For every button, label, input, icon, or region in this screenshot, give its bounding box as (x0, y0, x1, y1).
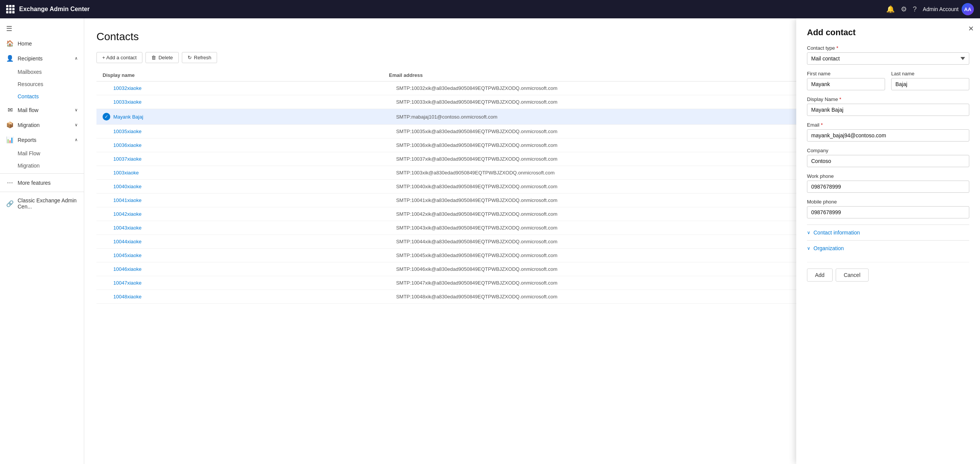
sidebar-item-contacts[interactable]: Contacts (18, 90, 84, 103)
reports-submenu: Mail Flow Migration (0, 147, 84, 172)
work-phone-label: Work phone (807, 173, 969, 179)
sidebar-item-mail-flow[interactable]: ✉ Mail flow ∨ (0, 103, 84, 117)
company-input[interactable] (807, 155, 969, 167)
contact-display-name: 10040xiaoke (113, 184, 396, 189)
chevron-up-icon: ∧ (75, 137, 78, 142)
contact-display-name: 10032xiaoke (113, 85, 396, 91)
settings-icon[interactable]: ⚙ (901, 5, 907, 13)
company-label: Company (807, 148, 969, 153)
sidebar-item-label: Migration (18, 122, 40, 128)
name-row: First name Last name (807, 71, 969, 96)
avatar: AA (962, 3, 974, 15)
nav-icons: 🔔 ⚙ ? Admin Account AA (886, 3, 974, 15)
contact-type-group: Contact type * Mail contact Mail user (807, 45, 969, 65)
contact-info-section[interactable]: ∨ Contact information (807, 225, 969, 240)
app-title: Exchange Admin Center (19, 6, 882, 13)
contact-display-name: 10044xiaoke (113, 239, 396, 244)
sidebar-item-label: Reports (18, 137, 36, 143)
sidebar-item-classic-exchange[interactable]: 🔗 Classic Exchange Admin Cen... (0, 194, 84, 213)
cancel-button[interactable]: Cancel (836, 269, 869, 282)
contact-display-name: 10036xiaoke (113, 142, 396, 148)
sidebar-item-label: Home (18, 41, 32, 47)
mobile-phone-input[interactable] (807, 206, 969, 218)
sidebar-item-label: Recipients (18, 55, 42, 62)
more-features-icon: ⋯ (6, 179, 14, 186)
sidebar-item-migration[interactable]: 📦 Migration ∨ (0, 117, 84, 132)
first-name-group: First name (807, 71, 885, 90)
contact-type-select[interactable]: Mail contact Mail user (807, 52, 969, 65)
user-account[interactable]: Admin Account AA (923, 3, 974, 15)
help-icon[interactable]: ? (913, 5, 917, 13)
first-name-label: First name (807, 71, 885, 77)
classic-exchange-icon: 🔗 (6, 200, 14, 207)
add-button[interactable]: Add (807, 269, 833, 282)
contact-display-name: 10041xiaoke (113, 197, 396, 203)
hamburger-icon[interactable]: ☰ (0, 21, 84, 36)
panel-footer: Add Cancel (807, 262, 969, 285)
apps-icon[interactable] (6, 5, 15, 13)
last-name-group: Last name (891, 71, 969, 90)
mobile-phone-group: Mobile phone (807, 199, 969, 218)
contact-display-name: 10037xiaoke (113, 156, 396, 162)
organization-section[interactable]: ∨ Organization (807, 240, 969, 256)
sidebar-item-label: Classic Exchange Admin Cen... (18, 197, 78, 210)
sidebar-item-mailboxes[interactable]: Mailboxes (18, 66, 84, 78)
contact-display-name: 1003xiaoke (113, 170, 396, 176)
sidebar-item-reports[interactable]: 📊 Reports ∧ (0, 132, 84, 147)
work-phone-input[interactable] (807, 181, 969, 193)
user-name: Admin Account (923, 6, 959, 12)
mobile-phone-label: Mobile phone (807, 199, 969, 205)
top-navigation: Exchange Admin Center 🔔 ⚙ ? Admin Accoun… (0, 0, 980, 18)
sidebar-item-more-features[interactable]: ⋯ More features (0, 175, 84, 190)
recipients-submenu: Mailboxes Resources Contacts (0, 66, 84, 103)
work-phone-group: Work phone (807, 173, 969, 193)
close-panel-button[interactable]: ✕ (968, 24, 974, 33)
contact-display-name: 10033xiaoke (113, 99, 396, 105)
chevron-up-icon: ∧ (75, 56, 78, 61)
last-name-input[interactable] (891, 78, 969, 90)
delete-button[interactable]: 🗑 Delete (145, 52, 179, 63)
email-label: Email * (807, 122, 969, 128)
sidebar-item-resources[interactable]: Resources (18, 78, 84, 90)
chevron-down-icon: ∨ (75, 122, 78, 127)
sidebar-divider (0, 173, 84, 174)
display-name-label: Display Name * (807, 96, 969, 102)
contact-display-name: 10042xiaoke (113, 211, 396, 217)
display-name-input[interactable] (807, 104, 969, 116)
sidebar-item-label: More features (18, 180, 51, 186)
sidebar: ☰ 🏠 Home 👤 Recipients ∧ Mailboxes Resour… (0, 18, 84, 464)
contact-info-label: Contact information (813, 230, 860, 236)
migration-icon: 📦 (6, 121, 14, 129)
contact-type-label: Contact type * (807, 45, 969, 51)
bell-icon[interactable]: 🔔 (886, 5, 895, 13)
delete-icon: 🗑 (151, 55, 156, 60)
contact-display-name: 10047xiaoke (113, 280, 396, 286)
selected-check-icon: ✓ (103, 113, 110, 120)
contact-display-name: Mayank Bajaj (113, 114, 396, 120)
sidebar-divider-2 (0, 192, 84, 192)
organization-label: Organization (813, 245, 844, 251)
company-group: Company (807, 148, 969, 167)
sidebar-item-migration-report[interactable]: Migration (18, 160, 84, 172)
first-name-input[interactable] (807, 78, 885, 90)
email-group: Email * (807, 122, 969, 142)
chevron-down-icon: ∨ (75, 107, 78, 112)
home-icon: 🏠 (6, 40, 14, 47)
last-name-label: Last name (891, 71, 969, 77)
sidebar-item-home[interactable]: 🏠 Home (0, 36, 84, 51)
contact-display-name: 10048xiaoke (113, 294, 396, 300)
sidebar-item-recipients[interactable]: 👤 Recipients ∧ (0, 51, 84, 66)
chevron-down-icon: ∨ (807, 230, 810, 235)
email-input[interactable] (807, 129, 969, 142)
contact-display-name: 10045xiaoke (113, 252, 396, 258)
reports-icon: 📊 (6, 136, 14, 143)
sidebar-item-label: Mail flow (18, 107, 38, 113)
contact-display-name: 10035xiaoke (113, 129, 396, 134)
add-contact-panel: ✕ Add contact Contact type * Mail contac… (796, 18, 980, 464)
recipients-icon: 👤 (6, 55, 14, 62)
contact-display-name: 10046xiaoke (113, 266, 396, 272)
col-header-display-name: Display name (103, 72, 389, 78)
sidebar-item-mail-flow-report[interactable]: Mail Flow (18, 147, 84, 160)
refresh-button[interactable]: ↻ Refresh (182, 52, 217, 63)
add-contact-button[interactable]: + Add a contact (96, 52, 142, 63)
